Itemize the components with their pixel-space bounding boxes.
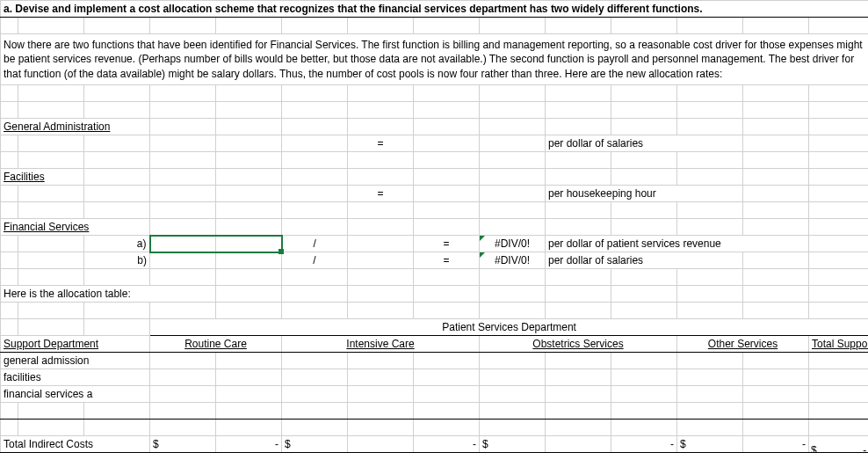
sub-label-a: a) (84, 236, 150, 252)
currency: $ (480, 436, 546, 453)
row-general-admission: general admission (1, 353, 150, 369)
divide-sign: / (282, 236, 348, 252)
currency: $ (677, 436, 743, 453)
table-super-header: Patient Services Department (150, 319, 869, 336)
rate-unit: per housekeeping hour (546, 186, 743, 202)
amount: - (414, 436, 480, 453)
col-routine: Routine Care (150, 336, 282, 353)
currency: $ (150, 436, 216, 453)
amount: - (216, 436, 282, 453)
row-total: Total Indirect Costs (1, 436, 150, 453)
amount: - (611, 436, 677, 453)
col-other: Other Services (677, 336, 809, 353)
equals-sign: = (348, 135, 414, 152)
col-support: Support Department (1, 336, 150, 353)
currency: $ (282, 436, 348, 453)
rate-unit: per dollar of salaries (546, 135, 743, 152)
row-financial-services-a: financial services a (1, 386, 150, 403)
explanation-paragraph: Now there are two functions that have be… (1, 34, 869, 85)
sub-label-b: b) (84, 252, 150, 269)
equals-sign: = (414, 236, 480, 252)
spreadsheet-grid[interactable]: a. Devise and implement a cost allocatio… (0, 0, 868, 453)
section-general-admin: General Administration (1, 119, 150, 135)
error-cell[interactable]: #DIV/0! (480, 236, 546, 252)
divide-sign: / (282, 252, 348, 269)
amount: - (863, 444, 866, 453)
rate-unit: per dollar of salaries (546, 252, 743, 269)
col-obstetrics: Obstetrics Services (480, 336, 677, 353)
selected-cell[interactable] (216, 236, 282, 252)
error-cell[interactable]: #DIV/0! (480, 252, 546, 269)
rate-unit: per dollar of patient services revenue (546, 236, 809, 252)
row-facilities: facilities (1, 369, 150, 386)
allocation-intro: Here is the allocation table: (1, 286, 216, 303)
amount: - (743, 436, 809, 453)
currency: $ (811, 444, 817, 453)
section-facilities: Facilities (1, 169, 84, 186)
section-financial-services: Financial Services (1, 219, 150, 236)
equals-sign: = (414, 252, 480, 269)
col-intensive: Intensive Care (282, 336, 480, 353)
question-title: a. Devise and implement a cost allocatio… (1, 1, 869, 18)
selected-cell[interactable] (150, 236, 216, 252)
fill-handle[interactable] (278, 249, 284, 254)
col-total: Total Support Costs (809, 336, 869, 353)
equals-sign: = (348, 186, 414, 202)
